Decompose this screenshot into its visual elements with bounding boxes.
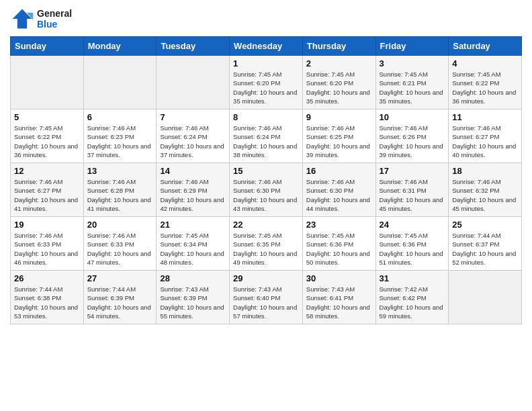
day-number: 26: [14, 273, 80, 283]
cell-details: Sunrise: 7:46 AMSunset: 6:28 PMDaylight:…: [87, 177, 153, 213]
calendar-cell: 15Sunrise: 7:46 AMSunset: 6:30 PMDayligh…: [230, 163, 303, 217]
calendar-cell: [11, 56, 84, 109]
cell-details: Sunrise: 7:45 AMSunset: 6:20 PMDaylight:…: [306, 70, 372, 105]
cell-details: Sunrise: 7:46 AMSunset: 6:26 PMDaylight:…: [380, 124, 445, 159]
day-number: 12: [14, 166, 80, 176]
day-number: 9: [306, 112, 372, 122]
calendar-cell: 4Sunrise: 7:45 AMSunset: 6:22 PMDaylight…: [449, 56, 522, 109]
cell-details: Sunrise: 7:45 AMSunset: 6:34 PMDaylight:…: [160, 231, 226, 267]
weekday-friday: Friday: [375, 37, 449, 56]
calendar-cell: 22Sunrise: 7:45 AMSunset: 6:35 PMDayligh…: [230, 217, 303, 271]
day-number: 3: [380, 58, 445, 68]
calendar-cell: 11Sunrise: 7:46 AMSunset: 6:27 PMDayligh…: [449, 109, 522, 163]
weekday-thursday: Thursday: [302, 37, 375, 56]
calendar-cell: 2Sunrise: 7:45 AMSunset: 6:20 PMDaylight…: [302, 56, 375, 109]
day-number: 22: [233, 220, 299, 230]
calendar-cell: 21Sunrise: 7:45 AMSunset: 6:34 PMDayligh…: [157, 217, 230, 271]
day-number: 6: [87, 112, 153, 122]
calendar-cell: 16Sunrise: 7:46 AMSunset: 6:30 PMDayligh…: [302, 163, 375, 217]
day-number: 7: [160, 112, 226, 122]
cell-details: Sunrise: 7:46 AMSunset: 6:27 PMDaylight:…: [452, 124, 518, 159]
calendar-cell: 19Sunrise: 7:46 AMSunset: 6:33 PMDayligh…: [11, 217, 84, 271]
day-number: 27: [87, 273, 153, 283]
cell-details: Sunrise: 7:45 AMSunset: 6:22 PMDaylight:…: [452, 70, 518, 105]
cell-details: Sunrise: 7:45 AMSunset: 6:36 PMDaylight:…: [380, 231, 445, 267]
calendar-cell: 17Sunrise: 7:46 AMSunset: 6:31 PMDayligh…: [375, 163, 449, 217]
calendar-cell: 5Sunrise: 7:45 AMSunset: 6:22 PMDaylight…: [11, 109, 84, 163]
day-number: 25: [452, 220, 518, 230]
day-number: 8: [233, 112, 299, 122]
calendar-cell: 12Sunrise: 7:46 AMSunset: 6:27 PMDayligh…: [11, 163, 84, 217]
calendar-week-1: 1Sunrise: 7:45 AMSunset: 6:20 PMDaylight…: [11, 56, 522, 109]
cell-details: Sunrise: 7:45 AMSunset: 6:20 PMDaylight:…: [233, 70, 299, 105]
weekday-monday: Monday: [83, 37, 157, 56]
cell-details: Sunrise: 7:46 AMSunset: 6:30 PMDaylight:…: [306, 177, 372, 213]
day-number: 29: [233, 273, 299, 283]
cell-details: Sunrise: 7:45 AMSunset: 6:36 PMDaylight:…: [306, 231, 372, 267]
calendar-cell: 3Sunrise: 7:45 AMSunset: 6:21 PMDaylight…: [375, 56, 449, 109]
weekday-tuesday: Tuesday: [157, 37, 230, 56]
weekday-header-row: SundayMondayTuesdayWednesdayThursdayFrid…: [11, 37, 522, 56]
day-number: 28: [160, 273, 226, 283]
calendar-cell: 6Sunrise: 7:46 AMSunset: 6:23 PMDaylight…: [83, 109, 157, 163]
calendar-table: SundayMondayTuesdayWednesdayThursdayFrid…: [10, 36, 522, 324]
day-number: 14: [160, 166, 226, 176]
cell-details: Sunrise: 7:46 AMSunset: 6:33 PMDaylight:…: [87, 231, 153, 267]
calendar-cell: 13Sunrise: 7:46 AMSunset: 6:28 PMDayligh…: [83, 163, 157, 217]
calendar-cell: 14Sunrise: 7:46 AMSunset: 6:29 PMDayligh…: [157, 163, 230, 217]
calendar-cell: 9Sunrise: 7:46 AMSunset: 6:25 PMDaylight…: [302, 109, 375, 163]
calendar-cell: 18Sunrise: 7:46 AMSunset: 6:32 PMDayligh…: [449, 163, 522, 217]
day-number: 11: [452, 112, 518, 122]
day-number: 16: [306, 166, 372, 176]
day-number: 23: [306, 220, 372, 230]
day-number: 4: [452, 58, 518, 68]
calendar-cell: 30Sunrise: 7:43 AMSunset: 6:41 PMDayligh…: [302, 271, 375, 324]
day-number: 24: [380, 220, 445, 230]
day-number: 18: [452, 166, 518, 176]
calendar-cell: [157, 56, 230, 109]
calendar-cell: [83, 56, 157, 109]
calendar-cell: 29Sunrise: 7:43 AMSunset: 6:40 PMDayligh…: [230, 271, 303, 324]
cell-details: Sunrise: 7:45 AMSunset: 6:21 PMDaylight:…: [380, 70, 445, 105]
cell-details: Sunrise: 7:43 AMSunset: 6:39 PMDaylight:…: [160, 285, 226, 320]
calendar-cell: 7Sunrise: 7:46 AMSunset: 6:24 PMDaylight…: [157, 109, 230, 163]
cell-details: Sunrise: 7:46 AMSunset: 6:31 PMDaylight:…: [380, 177, 445, 213]
cell-details: Sunrise: 7:43 AMSunset: 6:41 PMDaylight:…: [306, 285, 372, 320]
cell-details: Sunrise: 7:44 AMSunset: 6:37 PMDaylight:…: [452, 231, 518, 267]
day-number: 17: [380, 166, 445, 176]
calendar-cell: 28Sunrise: 7:43 AMSunset: 6:39 PMDayligh…: [157, 271, 230, 324]
day-number: 30: [306, 273, 372, 283]
calendar-cell: 25Sunrise: 7:44 AMSunset: 6:37 PMDayligh…: [449, 217, 522, 271]
day-number: 15: [233, 166, 299, 176]
calendar-cell: 10Sunrise: 7:46 AMSunset: 6:26 PMDayligh…: [375, 109, 449, 163]
cell-details: Sunrise: 7:46 AMSunset: 6:30 PMDaylight:…: [233, 177, 299, 213]
cell-details: Sunrise: 7:46 AMSunset: 6:23 PMDaylight:…: [87, 124, 153, 159]
calendar-week-3: 12Sunrise: 7:46 AMSunset: 6:27 PMDayligh…: [11, 163, 522, 217]
cell-details: Sunrise: 7:43 AMSunset: 6:40 PMDaylight:…: [233, 285, 299, 320]
cell-details: Sunrise: 7:44 AMSunset: 6:38 PMDaylight:…: [14, 285, 80, 320]
day-number: 19: [14, 220, 80, 230]
day-number: 13: [87, 166, 153, 176]
weekday-wednesday: Wednesday: [230, 37, 303, 56]
calendar-week-5: 26Sunrise: 7:44 AMSunset: 6:38 PMDayligh…: [11, 271, 522, 324]
calendar-week-4: 19Sunrise: 7:46 AMSunset: 6:33 PMDayligh…: [11, 217, 522, 271]
calendar-cell: 24Sunrise: 7:45 AMSunset: 6:36 PMDayligh…: [375, 217, 449, 271]
day-number: 10: [380, 112, 445, 122]
calendar-cell: 20Sunrise: 7:46 AMSunset: 6:33 PMDayligh…: [83, 217, 157, 271]
weekday-sunday: Sunday: [11, 37, 84, 56]
cell-details: Sunrise: 7:44 AMSunset: 6:39 PMDaylight:…: [87, 285, 153, 320]
day-number: 5: [14, 112, 80, 122]
cell-details: Sunrise: 7:46 AMSunset: 6:24 PMDaylight:…: [233, 124, 299, 159]
cell-details: Sunrise: 7:46 AMSunset: 6:24 PMDaylight:…: [160, 124, 226, 159]
page: General Blue SundayMondayTuesdayWednesda…: [0, 0, 532, 411]
cell-details: Sunrise: 7:46 AMSunset: 6:29 PMDaylight:…: [160, 177, 226, 213]
day-number: 20: [87, 220, 153, 230]
logo: General Blue: [10, 7, 72, 31]
calendar-week-2: 5Sunrise: 7:45 AMSunset: 6:22 PMDaylight…: [11, 109, 522, 163]
cell-details: Sunrise: 7:46 AMSunset: 6:32 PMDaylight:…: [452, 177, 518, 213]
day-number: 1: [233, 58, 299, 68]
logo-text: General Blue: [37, 8, 72, 30]
logo-icon: [10, 7, 34, 31]
cell-details: Sunrise: 7:45 AMSunset: 6:22 PMDaylight:…: [14, 124, 80, 159]
calendar-cell: 31Sunrise: 7:42 AMSunset: 6:42 PMDayligh…: [375, 271, 449, 324]
